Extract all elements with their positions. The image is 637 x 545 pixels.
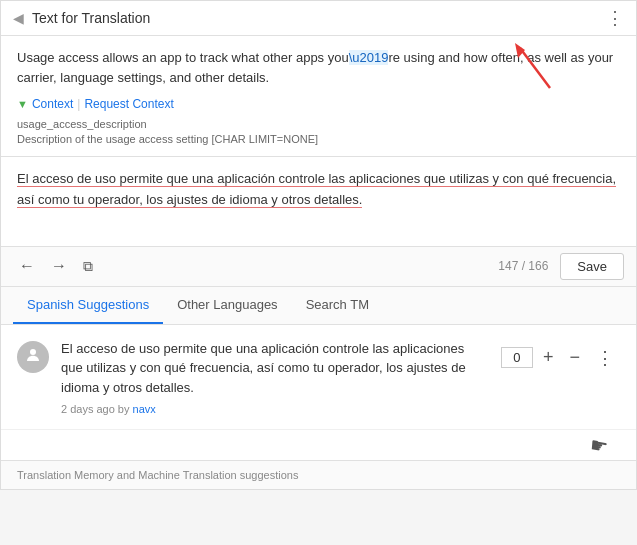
svg-line-0 [520, 48, 550, 88]
char-count: 147 / 166 [498, 259, 548, 273]
source-description: Description of the usage access setting … [17, 132, 620, 147]
tabs-bar: Spanish Suggestions Other Languages Sear… [1, 287, 636, 325]
source-text: Usage access allows an app to track what… [17, 48, 620, 87]
svg-point-2 [30, 349, 36, 355]
save-button[interactable]: Save [560, 253, 624, 280]
footer-text: Translation Memory and Machine Translati… [17, 469, 298, 481]
toolbar-nav: ← → ⧉ [13, 253, 99, 279]
suggestion-author[interactable]: navx [133, 403, 156, 415]
tab-search-tm[interactable]: Search TM [292, 287, 383, 324]
cursor-icon: ☛ [588, 433, 610, 460]
page-title: Text for Translation [32, 10, 606, 26]
user-icon [24, 346, 42, 368]
tab-other-languages[interactable]: Other Languages [163, 287, 291, 324]
copy-button[interactable]: ⧉ [77, 254, 99, 279]
suggestion-time: 2 days ago by [61, 403, 130, 415]
source-meta: usage_access_description Description of … [17, 117, 620, 148]
source-text-before: Usage access allows an app to track what… [17, 50, 349, 65]
toolbar: ← → ⧉ 147 / 166 Save [1, 247, 636, 287]
main-container: ◀ Text for Translation ⋮ Usage access al… [0, 0, 637, 490]
translation-section[interactable]: El acceso de uso permite que una aplicac… [1, 157, 636, 247]
suggestion-text: El acceso de uso permite que una aplicac… [61, 339, 489, 398]
nav-back-button[interactable]: ← [13, 253, 41, 279]
back-arrow-icon[interactable]: ◀ [13, 10, 24, 26]
avatar [17, 341, 49, 373]
header: ◀ Text for Translation ⋮ [1, 1, 636, 36]
footer: Translation Memory and Machine Translati… [1, 460, 636, 489]
suggestion-meta: 2 days ago by navx [61, 403, 489, 415]
suggestion-more-button[interactable]: ⋮ [590, 345, 620, 371]
svg-marker-1 [515, 43, 525, 58]
vote-down-button[interactable]: − [563, 345, 586, 370]
source-section: Usage access allows an app to track what… [1, 36, 636, 157]
suggestion-item: El acceso de uso permite que una aplicac… [1, 325, 636, 431]
context-separator: | [77, 97, 80, 111]
context-bar: ▼ Context | Request Context [17, 97, 620, 111]
red-arrow-annotation [500, 38, 560, 93]
cursor-area: ☛ [1, 430, 636, 460]
header-menu-icon[interactable]: ⋮ [606, 9, 624, 27]
suggestion-actions: 0 + − ⋮ [501, 345, 620, 371]
context-link[interactable]: Context [32, 97, 73, 111]
suggestion-count: 0 [501, 347, 533, 368]
nav-forward-button[interactable]: → [45, 253, 73, 279]
context-arrow-icon: ▼ [17, 98, 28, 110]
source-key: usage_access_description [17, 117, 620, 132]
request-context-link[interactable]: Request Context [84, 97, 173, 111]
source-highlight: \u2019 [349, 50, 389, 65]
tab-spanish-suggestions[interactable]: Spanish Suggestions [13, 287, 163, 324]
translation-text[interactable]: El acceso de uso permite que una aplicac… [17, 169, 620, 211]
suggestion-content: El acceso de uso permite que una aplicac… [61, 339, 489, 416]
translation-content: El acceso de uso permite que una aplicac… [17, 171, 616, 208]
suggestions-list: El acceso de uso permite que una aplicac… [1, 325, 636, 461]
vote-up-button[interactable]: + [537, 345, 560, 370]
